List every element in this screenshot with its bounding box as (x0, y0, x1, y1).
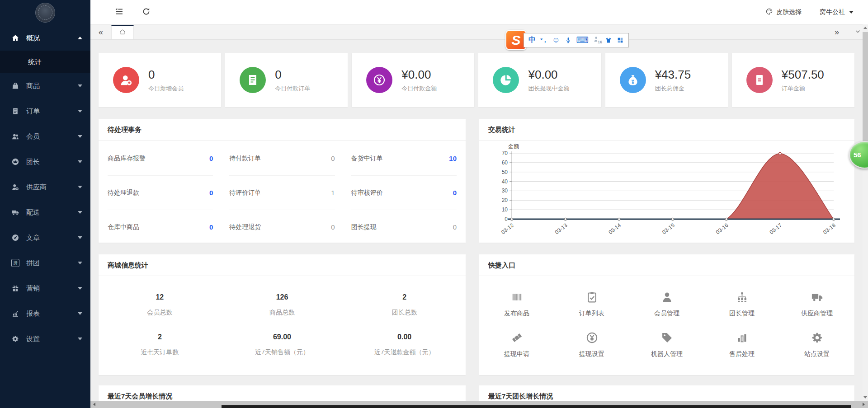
sidebar-item-truck[interactable]: 配送 (0, 200, 90, 225)
mall-stat-label: 近7天退款金额（元） (343, 348, 466, 356)
pending-item-label: 仓库中商品 (108, 223, 139, 231)
horizontal-scrollbar[interactable] (90, 401, 868, 408)
pending-item[interactable]: 待处理退款 0 (108, 176, 213, 210)
mall-stat-value: 2 (343, 293, 466, 301)
horizontal-scroll-thumb[interactable] (222, 405, 851, 408)
sidebar-item-report[interactable]: 报表 (0, 301, 90, 326)
keyboard-icon[interactable]: ⌨ (576, 35, 589, 45)
quick-entry-4[interactable]: 供应商管理 (779, 290, 854, 318)
mall-stats-grid: 12 会员总数 126 商品总数 2 团长总数 2 近七天订单数 69.00 近… (99, 276, 466, 356)
pending-item-value: 10 (449, 155, 457, 162)
ime-punctuation-button[interactable]: °， (540, 36, 547, 44)
mall-stat: 126 商品总数 (221, 293, 344, 317)
pending-item[interactable]: 备货中订单 10 (351, 141, 457, 176)
toolbox-grid-icon[interactable] (617, 37, 624, 44)
pending-item-value: 0 (209, 155, 213, 162)
sidebar-item-bag[interactable]: 商品 (0, 73, 90, 98)
quick-entry-2[interactable]: 会员管理 (629, 290, 704, 318)
sidebar-item-supplier[interactable]: 供应商 (0, 174, 90, 200)
member-icon (629, 290, 704, 304)
skin-shirt-icon[interactable] (605, 37, 612, 44)
stat-card-value: 0 (148, 68, 184, 82)
sidebar-item-users[interactable]: 会员 (0, 124, 90, 149)
pending-item-label: 待评价订单 (229, 189, 261, 197)
sidebar-item-label: 设置 (26, 335, 40, 343)
stat-card-label: 订单金额 (782, 84, 824, 93)
pie-icon (493, 67, 519, 93)
sidebar-item-compass[interactable]: 文章 (0, 225, 90, 250)
sidebar-item-doc[interactable]: 订单 (0, 98, 90, 124)
scroll-right-arrow[interactable] (860, 401, 867, 408)
scroll-down-arrow[interactable] (863, 394, 868, 401)
person-add-icon (113, 67, 139, 93)
sidebar-item-label: 会员 (26, 132, 40, 141)
tab-home[interactable] (111, 25, 134, 39)
mall-stat-value: 126 (221, 293, 344, 301)
yen-circle-icon (366, 67, 392, 93)
stat-card-value: ¥507.50 (782, 68, 824, 82)
scroll-up-arrow[interactable] (863, 24, 868, 31)
pending-tasks-panel: 待处理事务 商品库存报警 0 待付款订单 0 备货中订单 10 待处理退款 0 … (99, 119, 466, 243)
sidebar-subitem-stats[interactable]: 统计 (0, 51, 90, 73)
tabs-scroll-right-button[interactable]: » (826, 25, 847, 39)
pending-item-value: 0 (209, 189, 213, 197)
sidebar-item-gift[interactable]: 营销 (0, 276, 90, 301)
supplier-icon (11, 183, 20, 192)
stat-card: 0 今日新增会员 (99, 53, 221, 107)
tabbar: « » (90, 25, 868, 40)
mall-stat-value: 69.00 (221, 333, 344, 341)
sidebar-item-pin[interactable]: 拼 拼团 (0, 250, 90, 276)
quick-entry-8[interactable]: 售后处理 (704, 330, 779, 358)
quick-entry-0[interactable]: 发布商品 (479, 290, 554, 318)
quick-entry-label: 售后处理 (704, 350, 779, 358)
sidebar-item-home[interactable]: 概况 (0, 25, 90, 51)
mall-stat-label: 近7天销售额（元） (221, 348, 344, 356)
quick-entry-7[interactable]: 机器人管理 (629, 330, 704, 358)
pending-item[interactable]: 待评价订单 1 (229, 176, 335, 210)
sidebar-subitem-label: 统计 (28, 58, 42, 66)
refresh-button[interactable] (138, 5, 154, 20)
tabs-scroll-left-button[interactable]: « (90, 25, 111, 39)
pending-item[interactable]: 待付款订单 0 (229, 141, 335, 176)
scroll-left-arrow[interactable] (90, 401, 98, 408)
svg-text:0: 0 (505, 216, 508, 222)
sidebar-collapse-button[interactable] (111, 5, 127, 20)
quick-entry-label: 团长管理 (704, 310, 779, 318)
vertical-scrollbar[interactable] (863, 24, 868, 401)
pending-item[interactable]: 待处理退货 0 (229, 210, 335, 243)
pending-item-label: 待付款订单 (229, 155, 261, 163)
mall-stat-label: 团长总数 (343, 309, 466, 317)
trade-stats-title: 交易统计 (479, 119, 854, 141)
quick-entry-3[interactable]: 团长管理 (704, 290, 779, 318)
microphone-icon[interactable] (565, 37, 572, 44)
quick-entry-1[interactable]: 订单列表 (554, 290, 629, 318)
account-menu[interactable]: 窝牛公社 (820, 8, 854, 16)
pending-item-label: 待审核评价 (351, 189, 383, 197)
pending-item[interactable]: 团长提现 0 (351, 210, 457, 243)
user-phrase-icon[interactable]: 16 (593, 36, 600, 45)
mall-stat-value: 12 (99, 293, 221, 301)
caret-down-icon (78, 135, 82, 138)
sidebar-item-leader[interactable]: 团长 (0, 149, 90, 174)
ime-mode-button[interactable]: 中 (528, 35, 536, 45)
pending-item-label: 团长提现 (351, 223, 377, 231)
quick-entry-label: 会员管理 (629, 310, 704, 318)
pending-item-value: 0 (453, 189, 457, 197)
quick-entry-6[interactable]: 提现设置 (554, 330, 629, 358)
quick-entry-9[interactable]: 站点设置 (779, 330, 854, 358)
pending-item-label: 商品库存报警 (108, 155, 146, 163)
sidebar-item-gear[interactable]: 设置 (0, 326, 90, 352)
vertical-scroll-thumb[interactable] (863, 32, 868, 142)
mall-stat-label: 商品总数 (221, 309, 344, 317)
pending-item[interactable]: 商品库存报警 0 (108, 141, 213, 176)
svg-text:03-13: 03-13 (554, 222, 569, 235)
emoji-icon[interactable]: ☺ (552, 36, 560, 45)
pending-item[interactable]: 待审核评价 0 (351, 176, 457, 210)
yen-circle-icon (554, 330, 629, 345)
mall-stat-label: 会员总数 (99, 309, 221, 317)
gear-icon (11, 334, 20, 343)
pending-item[interactable]: 仓库中商品 0 (108, 210, 213, 243)
quick-entry-5[interactable]: 提现申请 (479, 330, 554, 358)
skin-select-button[interactable]: 皮肤选择 (765, 8, 802, 17)
brand-logo (0, 0, 90, 25)
